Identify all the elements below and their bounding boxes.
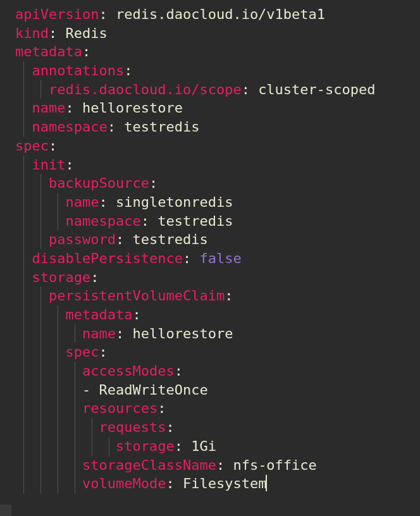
yaml-value: false [199,250,241,266]
yaml-line: disablePersistence: false [0,249,420,268]
yaml-line: name: hellorestore [0,99,420,118]
yaml-key: spec [65,344,99,360]
yaml-value: testredis [132,231,207,247]
status-bar-fragment [0,505,11,516]
yaml-key: resources [82,400,158,416]
yaml-value: 1Gi [191,438,216,454]
code-block: apiVersion: redis.daocloud.io/v1beta1 ki… [0,5,420,493]
yaml-key: volumeMode [82,476,166,491]
yaml-key: storage [116,438,175,454]
yaml-value: hellorestore [82,100,183,116]
yaml-value: singletonredis [116,194,233,210]
yaml-key: storageClassName [82,457,216,473]
yaml-key: spec [15,138,49,154]
yaml-line: password: testredis [0,230,420,249]
yaml-line: redis.daocloud.io/scope: cluster-scoped [0,80,420,99]
yaml-key: name [82,326,116,341]
yaml-value: testredis [158,213,233,229]
yaml-key: password [49,231,116,247]
yaml-key: storage [32,269,91,285]
yaml-line: metadata: [0,42,420,61]
yaml-key: requests [99,419,166,435]
yaml-key: namespace [65,213,140,229]
yaml-key: name [65,194,99,210]
yaml-line: kind: Redis [0,24,420,43]
yaml-line: storage: [0,268,420,287]
yaml-line: spec: [0,137,420,156]
yaml-line: init: [0,156,420,175]
yaml-line: namespace: testredis [0,212,420,231]
yaml-value: Redis [65,25,107,41]
yaml-line: backupSource: [0,174,420,193]
yaml-line: accessModes: [0,362,420,381]
text-cursor-icon [266,475,267,491]
yaml-value: - ReadWriteOnce [82,382,208,398]
yaml-line: metadata: [0,305,420,324]
yaml-key: kind [15,25,49,41]
yaml-line: volumeMode: Filesystem [0,474,420,493]
yaml-key: redis.daocloud.io/scope [49,82,242,97]
yaml-key: apiVersion [15,6,99,22]
yaml-key: persistentVolumeClaim [49,288,225,304]
yaml-line: spec: [0,343,420,362]
yaml-value: cluster-scoped [258,82,375,97]
yaml-line: resources: [0,399,420,418]
yaml-key: metadata [15,44,82,59]
yaml-line: name: hellorestore [0,324,420,343]
yaml-line: namespace: testredis [0,118,420,137]
yaml-line: apiVersion: redis.daocloud.io/v1beta1 [0,5,420,24]
yaml-line: persistentVolumeClaim: [0,286,420,305]
yaml-value: Filesystem [183,476,266,491]
yaml-key: namespace [32,119,108,135]
yaml-value: testredis [124,119,199,135]
yaml-line: storage: 1Gi [0,437,420,456]
yaml-key: name [32,100,66,116]
yaml-value: nfs-office [233,457,316,473]
yaml-key: metadata [65,307,132,322]
yaml-key: accessModes [82,363,175,379]
yaml-value: hellorestore [132,326,233,341]
yaml-line: storageClassName: nfs-office [0,456,420,475]
yaml-value: redis.daocloud.io/v1beta1 [116,6,325,22]
yaml-key: annotations [32,63,125,78]
yaml-line: requests: [0,418,420,437]
yaml-line: - ReadWriteOnce [0,381,420,400]
yaml-line: name: singletonredis [0,193,420,212]
yaml-key: backupSource [49,175,149,191]
yaml-key: disablePersistence [32,250,183,266]
yaml-key: init [32,157,66,173]
yaml-line: annotations: [0,61,420,80]
